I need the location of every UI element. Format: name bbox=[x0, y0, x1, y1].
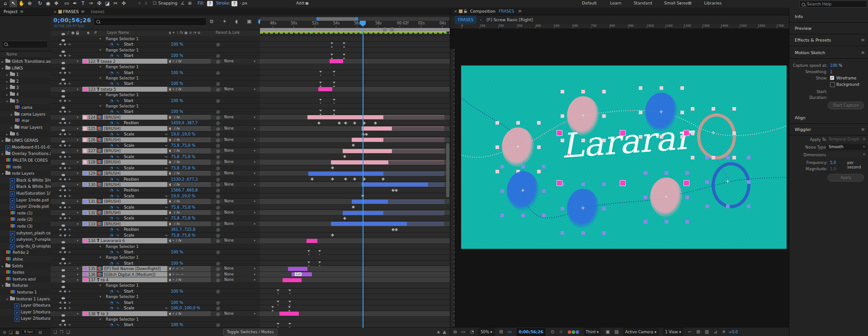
link-dimensions-icon[interactable]: ∞ bbox=[165, 165, 168, 170]
graph-icon[interactable]: ∿ bbox=[116, 109, 119, 114]
parent-pickwhip-icon[interactable]: @ bbox=[216, 311, 220, 316]
layer-switches[interactable]: ◖ ∕ fx bbox=[167, 137, 211, 142]
graph-icon[interactable]: ∿ bbox=[116, 227, 119, 232]
prev-keyframe-icon[interactable]: ◀ bbox=[59, 154, 61, 159]
parent-pickwhip-icon[interactable]: @ bbox=[216, 171, 220, 176]
project-item-overlay-transitions-ae[interactable]: ▸Overlay Transitions.ae bbox=[0, 150, 51, 157]
parent-pickwhip-icon[interactable]: @ bbox=[216, 53, 220, 58]
label-color-chip[interactable] bbox=[83, 183, 87, 187]
effects-presets-panel-header[interactable]: Effects & Presets bbox=[795, 37, 831, 42]
next-keyframe-icon[interactable]: ▶ bbox=[69, 131, 71, 136]
graph-icon[interactable]: ∿ bbox=[116, 143, 119, 148]
workspace-tab-small-screen[interactable]: Small Screen bbox=[664, 1, 691, 5]
prev-keyframe-icon[interactable]: ◀ bbox=[59, 53, 61, 58]
brush-tool[interactable]: ✑ bbox=[87, 0, 95, 7]
roto-brush-tool[interactable]: ✂ bbox=[112, 0, 119, 7]
field-value[interactable]: 5,0 bbox=[830, 160, 836, 165]
property-row-start[interactable]: ◀◆▶◔∿Start100 %@ bbox=[51, 98, 450, 103]
layer-row-136[interactable]: ▾136[Glitch Digital A [Medium]]◖ ✦ − −@N… bbox=[51, 272, 450, 277]
project-item-refr-o-2[interactable]: Refrão 2 bbox=[0, 249, 51, 256]
selection-handle[interactable] bbox=[542, 189, 546, 193]
property-value[interactable]: 100 % bbox=[171, 300, 183, 305]
selection-handle[interactable] bbox=[561, 207, 564, 210]
layer-switches[interactable]: ◖ ∕ fx bbox=[167, 199, 211, 204]
info-panel-header[interactable]: Info bbox=[795, 14, 803, 19]
orbit-tool[interactable]: ↻ bbox=[36, 0, 44, 7]
link-dimensions-icon[interactable]: ∞ bbox=[165, 131, 168, 136]
expand-chevron-icon[interactable]: ▾ bbox=[77, 115, 79, 120]
graph-icon[interactable]: ∿ bbox=[116, 261, 119, 266]
selection-handle[interactable] bbox=[561, 114, 564, 118]
layer-duration-bar[interactable] bbox=[330, 59, 343, 63]
expand-arrow[interactable]: ▸ bbox=[11, 112, 14, 117]
graph-icon[interactable]: ∿ bbox=[116, 289, 119, 294]
selection-handle[interactable] bbox=[581, 90, 585, 93]
graph-icon[interactable]: ∿ bbox=[116, 300, 119, 305]
project-item-layer-1-textura[interactable]: PLayer 1/textura bbox=[0, 309, 51, 315]
selection-handle[interactable] bbox=[644, 171, 647, 175]
property-value[interactable]: 75,8 ,75,8 % bbox=[171, 215, 195, 220]
add-keyframe-icon[interactable]: ◆ bbox=[64, 81, 66, 86]
project-item-solids[interactable]: ▸Solids bbox=[0, 263, 51, 269]
property-row-start[interactable]: ◀◆▶◔∿Start100 %@ bbox=[51, 42, 450, 47]
layer-switches[interactable]: ◖ ∕ fx bbox=[167, 210, 211, 215]
selection-handle[interactable] bbox=[602, 90, 606, 93]
property-value[interactable]: 100 % bbox=[171, 249, 183, 254]
property-name[interactable]: Position bbox=[124, 227, 139, 232]
parent-pickwhip-icon[interactable]: @ bbox=[216, 210, 220, 215]
stopwatch-icon[interactable]: ◔ bbox=[110, 42, 113, 47]
selection-handle[interactable] bbox=[685, 220, 689, 224]
selection-handle[interactable] bbox=[495, 145, 499, 149]
property-row-scale[interactable]: ◀◆▶◔∿Scale∞75,8 ,75,8 %@ bbox=[51, 154, 450, 159]
layer-row-127[interactable]: ▾127[BRUSH]◖ ∕ fx@None▾ bbox=[51, 148, 450, 154]
selection-handle[interactable] bbox=[542, 214, 546, 217]
help-search-input[interactable]: Search Help bbox=[799, 0, 867, 8]
layer-duration-bar[interactable] bbox=[307, 115, 383, 119]
property-value[interactable]: 75,8 ,75,8 % bbox=[171, 165, 195, 170]
text-anchor-icon[interactable]: ✦ bbox=[567, 152, 571, 157]
navigator-end-handle[interactable] bbox=[356, 17, 358, 21]
layer-switches[interactable]: ◖ ∕ fx bbox=[167, 126, 211, 131]
property-row-scale[interactable]: ◀◆▶◔∿Scale∞19,0 ,19,0 %@ bbox=[51, 131, 450, 137]
selection-handle[interactable] bbox=[685, 171, 689, 175]
label-color-chip[interactable] bbox=[83, 172, 87, 175]
prev-keyframe-icon[interactable]: ◀ bbox=[59, 109, 61, 114]
workspace-overflow-icon[interactable]: » bbox=[679, 1, 682, 5]
graph-icon[interactable]: ∿ bbox=[116, 187, 119, 192]
project-item-shine[interactable]: shine bbox=[0, 256, 51, 262]
property-value[interactable]: 100 % bbox=[171, 261, 183, 266]
parent-select[interactable]: None▾ bbox=[222, 126, 257, 131]
selection-handle[interactable] bbox=[660, 135, 663, 139]
panel-menu-icon[interactable]: ≡ bbox=[861, 47, 865, 58]
keyframe-hold[interactable] bbox=[330, 42, 333, 44]
layer-switches[interactable]: ◖ ∕ fx bbox=[167, 221, 211, 226]
monitor-icon[interactable]: ▭ bbox=[461, 329, 465, 334]
lock-icon[interactable] bbox=[464, 9, 467, 14]
link-dimensions-icon[interactable]: ∞ bbox=[165, 205, 168, 210]
stopwatch-icon[interactable]: ◔ bbox=[110, 120, 113, 125]
expand-arrow[interactable]: ▸ bbox=[6, 79, 10, 84]
graph-icon[interactable]: ∿ bbox=[116, 70, 119, 75]
prev-keyframe-icon[interactable]: ◀ bbox=[59, 98, 61, 103]
property-row-start[interactable]: ◀◆▶◔∿Start100 %@ bbox=[51, 70, 450, 75]
project-item-textura-azul[interactable]: textura azul bbox=[0, 276, 51, 282]
selection-handle[interactable] bbox=[705, 205, 709, 208]
exposure-value[interactable]: +0,0 bbox=[729, 330, 738, 334]
expand-arrow[interactable]: ▸ bbox=[6, 92, 10, 98]
keyframe-hold[interactable] bbox=[318, 250, 321, 252]
keyframe-hold[interactable] bbox=[319, 99, 322, 101]
expand-chevron-icon[interactable]: ▾ bbox=[77, 59, 79, 64]
stopwatch-icon[interactable]: ◔ bbox=[110, 165, 113, 170]
layer-duration-bar[interactable] bbox=[362, 182, 428, 187]
expand-inout-pane-icon[interactable]: ❐ bbox=[60, 330, 63, 334]
layer-duration-bar[interactable] bbox=[279, 312, 299, 316]
selection-handle[interactable] bbox=[602, 231, 606, 235]
selection-handle[interactable] bbox=[639, 86, 642, 90]
next-keyframe-icon[interactable]: ▶ bbox=[69, 322, 71, 327]
preview-panel-header[interactable]: Preview bbox=[795, 26, 811, 31]
panel-menu-icon[interactable]: ≡ bbox=[518, 9, 522, 14]
layer-switches[interactable]: ◖ ∕ fx bbox=[167, 171, 211, 176]
layer-anchor-icon[interactable]: ✛ bbox=[581, 205, 585, 210]
expand-chevron-icon[interactable]: ▾ bbox=[99, 64, 101, 69]
add-keyframe-icon[interactable]: ◆ bbox=[64, 53, 66, 58]
